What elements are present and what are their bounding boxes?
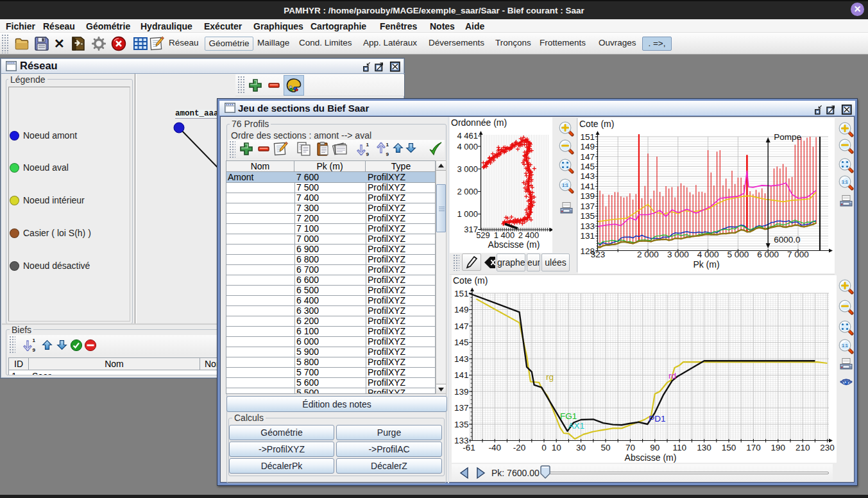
svg-text:1 400: 1 400 — [494, 230, 515, 240]
svg-text:139: 139 — [454, 387, 469, 397]
svg-text:FG1: FG1 — [560, 411, 577, 421]
svg-text:2 000: 2 000 — [457, 187, 478, 196]
svg-text:9: 9 — [33, 347, 36, 353]
svg-text:147: 147 — [580, 152, 595, 162]
svg-text:145: 145 — [454, 338, 469, 347]
svg-text:145: 145 — [580, 162, 595, 171]
svg-text:1:1: 1:1 — [562, 183, 568, 187]
svg-text:135: 135 — [454, 420, 469, 429]
svg-text:147: 147 — [454, 322, 469, 331]
svg-text:9: 9 — [386, 151, 389, 157]
svg-text:1:1: 1:1 — [842, 180, 848, 184]
svg-text:50: 50 — [600, 443, 610, 452]
svg-text:90: 90 — [650, 443, 660, 452]
svg-text:Pompe: Pompe — [774, 132, 801, 142]
svg-text:6000.0: 6000.0 — [774, 235, 800, 245]
svg-text:230: 230 — [820, 443, 835, 452]
svg-text:529: 529 — [476, 230, 490, 240]
svg-text:137: 137 — [580, 202, 595, 211]
svg-text:rg: rg — [546, 372, 554, 382]
svg-text:70: 70 — [625, 443, 635, 452]
svg-text:151: 151 — [580, 132, 595, 142]
svg-text:150: 150 — [722, 443, 736, 452]
svg-text:139: 139 — [580, 191, 595, 201]
svg-text:PD1: PD1 — [649, 414, 665, 424]
svg-text:1:1: 1:1 — [842, 343, 848, 348]
svg-text:1: 1 — [33, 338, 36, 343]
svg-text:1 000: 1 000 — [457, 209, 478, 219]
svg-text:2 000: 2 000 — [637, 250, 659, 259]
svg-text:4 000: 4 000 — [697, 250, 719, 259]
svg-text:135: 135 — [580, 211, 595, 221]
svg-text:Pk (m): Pk (m) — [693, 259, 719, 270]
svg-text:30: 30 — [576, 443, 586, 452]
svg-text:143: 143 — [454, 354, 469, 364]
svg-text:323: 323 — [591, 250, 606, 259]
svg-text:AX1: AX1 — [568, 421, 584, 431]
svg-text:-61: -61 — [463, 443, 475, 452]
svg-text:rd: rd — [668, 371, 676, 381]
svg-text:6 000: 6 000 — [757, 250, 779, 259]
svg-text:151: 151 — [454, 289, 469, 298]
svg-text:5 000: 5 000 — [728, 250, 749, 259]
svg-text:7 000: 7 000 — [787, 250, 809, 259]
svg-text:4 000: 4 000 — [457, 142, 478, 151]
svg-text:Ordonnée (m): Ordonnée (m) — [451, 117, 507, 128]
svg-text:137: 137 — [454, 403, 469, 413]
svg-text:0: 0 — [541, 443, 547, 452]
svg-text:2 400: 2 400 — [518, 230, 540, 240]
svg-text:9: 9 — [366, 151, 370, 157]
svg-text:141: 141 — [580, 182, 595, 191]
svg-text:110: 110 — [672, 443, 686, 452]
svg-text:-20: -20 — [513, 443, 526, 452]
svg-text:3 000: 3 000 — [457, 164, 478, 174]
svg-text:Abscisse (m): Abscisse (m) — [488, 239, 540, 250]
svg-text:141: 141 — [454, 370, 469, 380]
svg-text:Cote (m): Cote (m) — [579, 119, 614, 129]
svg-text:143: 143 — [580, 171, 595, 181]
svg-text:Cote (m): Cote (m) — [453, 275, 488, 286]
svg-text:131: 131 — [580, 231, 595, 241]
svg-text:190: 190 — [771, 443, 786, 452]
svg-text:10: 10 — [552, 443, 561, 452]
svg-text:149: 149 — [454, 305, 469, 314]
svg-text:1: 1 — [386, 142, 389, 148]
svg-text:4 461: 4 461 — [457, 131, 478, 141]
svg-text:1: 1 — [366, 142, 370, 148]
svg-text:-40: -40 — [488, 443, 501, 452]
svg-text:Abscisse (m): Abscisse (m) — [625, 452, 677, 463]
svg-text:149: 149 — [580, 142, 595, 151]
svg-text:130: 130 — [697, 443, 711, 452]
svg-text:170: 170 — [746, 443, 761, 452]
svg-text:3 000: 3 000 — [667, 250, 689, 259]
svg-text:133: 133 — [580, 221, 595, 231]
svg-text:210: 210 — [796, 443, 810, 452]
